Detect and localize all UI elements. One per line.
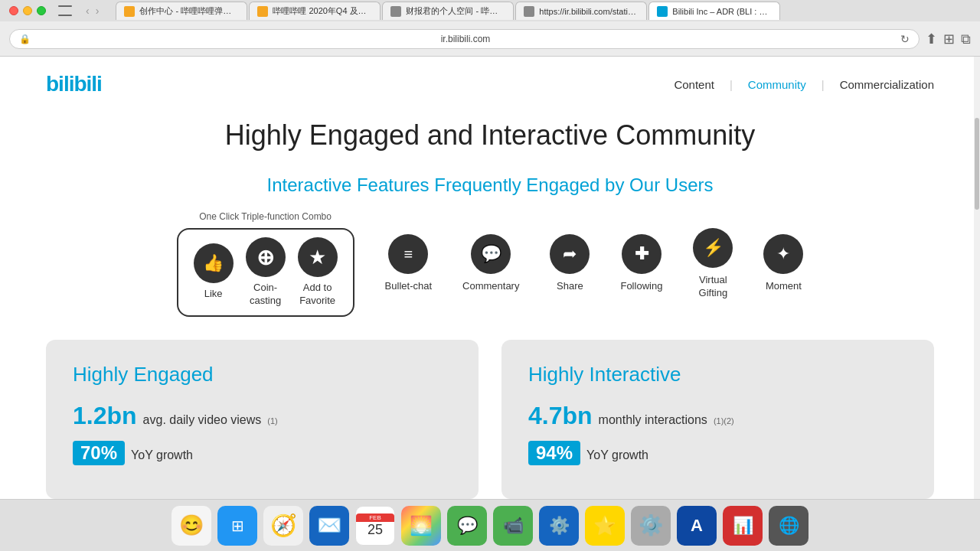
close-button[interactable] bbox=[9, 6, 18, 15]
nav-separator-1: | bbox=[730, 78, 733, 91]
moment-label: Moment bbox=[766, 280, 802, 293]
share-icon[interactable]: ⬆ bbox=[926, 31, 937, 47]
nav-separator-2: | bbox=[822, 78, 825, 91]
moment-item: ✦ Moment bbox=[763, 234, 803, 293]
share-label: Share bbox=[557, 280, 583, 293]
tab-label-2: 哔哩哔哩 2020年Q4 及全年财报：... bbox=[273, 5, 372, 17]
stat-super-1: (1) bbox=[267, 416, 277, 425]
share-arrow-icon: ➦ bbox=[550, 234, 590, 274]
tab-favicon-5 bbox=[657, 6, 668, 17]
favorite-label: Add to Favorite bbox=[299, 282, 335, 308]
commentary-label: Commentary bbox=[462, 280, 519, 293]
following-icon: ✚ bbox=[622, 234, 662, 274]
highly-engaged-title: Highly Engaged bbox=[73, 363, 452, 386]
nav-links: Content | Community | Commercialization bbox=[674, 78, 934, 91]
dock-calendar[interactable]: FEB25 bbox=[355, 506, 395, 546]
dock-xcode[interactable]: ⚙️ bbox=[539, 506, 579, 546]
dock-settings[interactable]: ⚙️ bbox=[631, 506, 671, 546]
sidebar-toggle[interactable] bbox=[58, 5, 72, 16]
tab-favicon-3 bbox=[390, 6, 401, 17]
nav-content[interactable]: Content bbox=[674, 78, 714, 91]
address-bar[interactable]: 🔒 ir.bilibili.com ↻ bbox=[9, 29, 920, 49]
like-icon-item: 👍 Like bbox=[194, 243, 234, 301]
growth-badge-1: 70% bbox=[73, 441, 125, 465]
share-item: ➦ Share bbox=[550, 234, 590, 293]
nav-commercialization[interactable]: Commercialization bbox=[840, 78, 934, 91]
like-label: Like bbox=[204, 288, 223, 301]
tab-favicon-2 bbox=[257, 6, 268, 17]
dock-launchpad[interactable]: ⊞ bbox=[217, 506, 257, 546]
tab-4[interactable]: https://ir.bilibili.com/static-files/4e.… bbox=[515, 2, 647, 20]
dock-mail[interactable]: ✉️ bbox=[309, 506, 349, 546]
dock-photos[interactable]: 🌅 bbox=[401, 506, 441, 546]
stat-desc-2: monthly interactions bbox=[599, 413, 707, 427]
stat-growth-desc-1: YoY growth bbox=[131, 448, 193, 462]
top-navigation: bilibili Content | Community | Commercia… bbox=[46, 57, 934, 104]
bullet-chat-icon: ≡ bbox=[388, 234, 428, 274]
dock-facetime[interactable]: 📹 bbox=[493, 506, 533, 546]
tab-label-5: Bilibili Inc – ADR (BLI : NASDAQ) S... bbox=[672, 7, 772, 16]
stat-line-1: 1.2bn avg. daily video views (1) bbox=[73, 402, 452, 430]
favorite-icon-item: ★ Add to Favorite bbox=[298, 237, 338, 308]
highly-interactive-card: Highly Interactive 4.7bn monthly interac… bbox=[501, 340, 934, 499]
stat-super-2: (1)(2) bbox=[714, 416, 734, 425]
nav-arrows: ‹ › bbox=[84, 5, 100, 17]
tab-1[interactable]: 创作中心 - 哔哩哔哩弹幕视频网 - ... bbox=[116, 2, 247, 20]
bullet-chat-label: Bullet-chat bbox=[385, 280, 432, 293]
coin-casting-icon: ⊕ bbox=[246, 237, 286, 277]
stat-line-3: 4.7bn monthly interactions (1)(2) bbox=[528, 402, 907, 430]
sidebar-icon[interactable]: ⧉ bbox=[961, 31, 971, 47]
dock-powerpoint[interactable]: 📊 bbox=[723, 506, 763, 546]
dock-safari[interactable]: 🧭 bbox=[263, 506, 303, 546]
icons-section: One Click Triple-function Combo 👍 Like ⊕… bbox=[46, 211, 934, 317]
dock-appstore[interactable]: A bbox=[677, 506, 717, 546]
stat-line-4: 94% YoY growth bbox=[528, 441, 907, 465]
minimize-button[interactable] bbox=[23, 6, 32, 15]
highly-engaged-card: Highly Engaged 1.2bn avg. daily video vi… bbox=[46, 340, 479, 499]
following-label: Following bbox=[620, 280, 662, 293]
stat-growth-desc-2: YoY growth bbox=[586, 448, 648, 462]
bullet-chat-item: ≡ Bullet-chat bbox=[385, 234, 432, 293]
commentary-item: 💬 Commentary bbox=[462, 234, 519, 293]
dock-star[interactable]: ⭐ bbox=[585, 506, 625, 546]
refresh-icon[interactable]: ↻ bbox=[900, 33, 910, 45]
dock-finder[interactable]: 😊 bbox=[172, 506, 211, 546]
tab-3[interactable]: 财报君的个人空间 - 哔哩哔哩（" - ... bbox=[382, 2, 514, 20]
forward-button[interactable]: › bbox=[94, 5, 101, 17]
favorite-icon: ★ bbox=[298, 237, 338, 277]
virtual-gifting-icon: ⚡ bbox=[693, 228, 733, 268]
address-bar-row: 🔒 ir.bilibili.com ↻ ⬆ ⊞ ⧉ bbox=[0, 21, 980, 57]
scroll-thumb[interactable] bbox=[975, 118, 979, 210]
coin-casting-icon-item: ⊕ Coin- casting bbox=[246, 237, 286, 308]
tab-label-1: 创作中心 - 哔哩哔哩弹幕视频网 - ... bbox=[139, 5, 239, 17]
tab-2[interactable]: 哔哩哔哩 2020年Q4 及全年财报：... bbox=[249, 2, 381, 20]
highly-interactive-title: Highly Interactive bbox=[528, 363, 907, 386]
section-title: Interactive Features Frequently Engaged … bbox=[46, 174, 934, 196]
maximize-button[interactable] bbox=[37, 6, 46, 15]
tab-favicon-4 bbox=[524, 6, 534, 17]
nav-community[interactable]: Community bbox=[748, 78, 806, 91]
browser-chrome: ‹ › 创作中心 - 哔哩哔哩弹幕视频网 - ... 哔哩哔哩 2020年Q4 … bbox=[0, 0, 980, 57]
combo-box: 👍 Like ⊕ Coin- casting ★ Add to Favorite bbox=[177, 228, 354, 317]
growth-badge-2: 94% bbox=[528, 441, 580, 465]
moment-icon: ✦ bbox=[763, 234, 803, 274]
dock: 😊 ⊞ 🧭 ✉️ FEB25 🌅 💬 📹 ⚙️ ⭐ ⚙️ A 📊 🌐 bbox=[0, 499, 980, 551]
coin-casting-label: Coin- casting bbox=[250, 282, 281, 308]
new-tab-icon[interactable]: ⊞ bbox=[943, 31, 955, 47]
dock-misc[interactable]: 🌐 bbox=[769, 506, 808, 546]
stat-number-1: 1.2bn bbox=[73, 402, 137, 430]
bilibili-logo[interactable]: bilibili bbox=[46, 72, 102, 96]
dock-messages[interactable]: 💬 bbox=[447, 506, 487, 546]
back-button[interactable]: ‹ bbox=[84, 5, 91, 17]
tab-5[interactable]: Bilibili Inc – ADR (BLI : NASDAQ) S... bbox=[648, 2, 780, 20]
combo-icons: 👍 Like ⊕ Coin- casting ★ Add to Favorite bbox=[194, 237, 338, 308]
tab-label-4: https://ir.bilibili.com/static-files/4e.… bbox=[539, 7, 639, 16]
tab-favicon-1 bbox=[124, 6, 135, 17]
tab-label-3: 财报君的个人空间 - 哔哩哔哩（" - ... bbox=[406, 5, 505, 17]
stat-number-2: 4.7bn bbox=[528, 402, 593, 430]
title-bar: ‹ › 创作中心 - 哔哩哔哩弹幕视频网 - ... 哔哩哔哩 2020年Q4 … bbox=[0, 0, 980, 21]
stat-line-2: 70% YoY growth bbox=[73, 441, 452, 465]
following-item: ✚ Following bbox=[620, 234, 662, 293]
commentary-icon: 💬 bbox=[471, 234, 511, 274]
scrollbar[interactable] bbox=[974, 57, 980, 499]
